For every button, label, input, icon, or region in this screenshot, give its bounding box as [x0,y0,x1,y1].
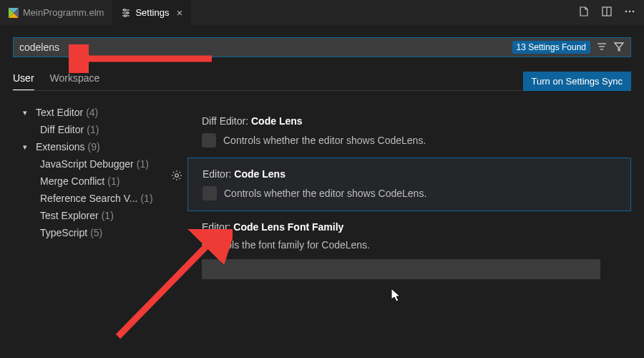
tab-bar: MeinProgramm.elm Settings × [0,0,644,26]
tab-file-label: MeinProgramm.elm [23,7,104,18]
svg-point-9 [125,14,127,16]
setting-editor-codelens: Editor: Code Lens Controls whether the e… [187,158,631,211]
svg-point-7 [124,9,126,11]
tree-node-test-explorer[interactable]: Test Explorer(1) [13,207,187,224]
chevron-down-icon: ▾ [23,142,33,152]
chevron-down-icon: ▾ [23,108,33,117]
tab-settings-label: Settings [135,7,169,18]
scope-row: User Workspace Turn on Settings Sync [13,72,631,91]
settings-sync-button[interactable]: Turn on Settings Sync [523,72,631,91]
elm-file-icon [9,8,19,18]
tree-node-merge-conflict[interactable]: Merge Conflict(1) [13,173,187,190]
svg-point-14 [633,11,635,13]
tab-settings[interactable]: Settings × [112,0,191,26]
split-editor-icon[interactable] [601,6,613,19]
svg-point-13 [629,11,631,13]
mouse-cursor [391,289,401,303]
settings-lines-icon [121,8,131,18]
scope-tab-workspace[interactable]: Workspace [50,72,100,90]
setting-description: Controls whether the editor shows CodeLe… [223,135,426,146]
tree-node-text-editor[interactable]: ▾Text Editor(4) [13,104,187,121]
checkbox-editor-codelens[interactable] [203,186,217,200]
close-icon[interactable]: × [176,6,182,19]
settings-list: Diff Editor: Code Lens Controls whether … [187,101,631,289]
tree-node-reference-search[interactable]: Reference Search V...(1) [13,190,187,207]
tab-file[interactable]: MeinProgramm.elm [0,0,112,26]
svg-point-12 [625,11,628,13]
tree-node-diff-editor[interactable]: Diff Editor(1) [13,121,187,138]
svg-marker-23 [391,289,400,301]
search-input[interactable] [19,38,512,57]
more-icon[interactable] [624,6,635,19]
settings-tree: ▾Text Editor(4) Diff Editor(1) ▾Extensio… [13,101,187,289]
setting-editor-codelens-font-family: Editor: Code Lens Font Family Controls t… [187,211,631,289]
filter-icon[interactable] [613,41,625,54]
checkbox-diff-codelens[interactable] [202,133,216,147]
clear-search-icon[interactable] [596,41,608,54]
tab-actions [578,6,644,19]
setting-diff-editor-codelens: Diff Editor: Code Lens Controls whether … [187,105,631,158]
tree-node-typescript[interactable]: TypeScript(5) [13,224,187,241]
search-row: 13 Settings Found [13,37,631,57]
setting-description: Controls the font family for CodeLens. [202,239,617,251]
settings-found-badge: 13 Settings Found [512,41,590,54]
setting-description: Controls whether the editor shows CodeLe… [224,188,426,199]
svg-point-18 [175,174,179,178]
tree-node-js-debugger[interactable]: JavaScript Debugger(1) [13,155,187,173]
codelens-font-family-input[interactable] [202,259,600,279]
search-box[interactable]: 13 Settings Found [13,37,631,57]
scope-tab-user[interactable]: User [13,72,34,90]
gear-icon[interactable] [171,170,182,183]
tree-node-extensions[interactable]: ▾Extensions(9) [13,138,187,155]
new-file-icon[interactable] [578,6,590,19]
svg-point-8 [127,11,129,14]
